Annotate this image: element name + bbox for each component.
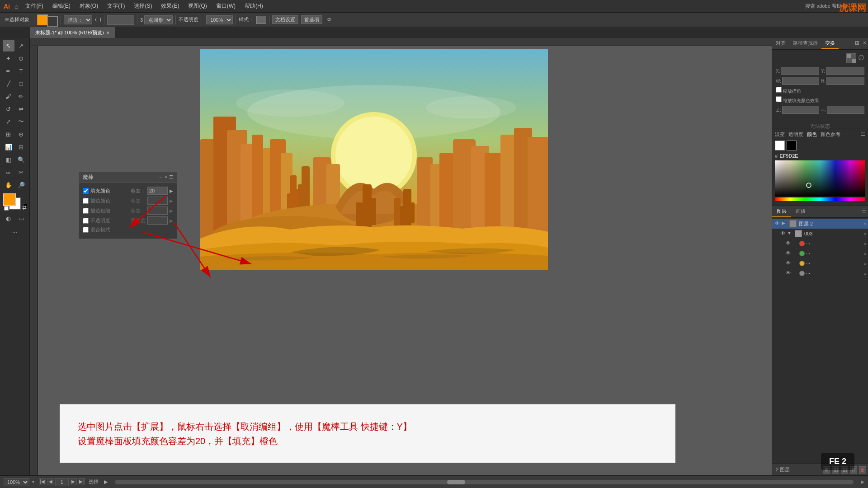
menu-object[interactable]: 对象(O)	[76, 1, 102, 11]
color-panel-menu[interactable]: ☰	[861, 131, 865, 138]
free-transform-tool[interactable]: ⊞	[3, 128, 14, 140]
scale-tool[interactable]: ⤢	[3, 116, 14, 127]
x-input[interactable]	[781, 67, 819, 75]
panel-close[interactable]: ×	[165, 174, 167, 181]
layer-color4-visibility[interactable]: 👁	[785, 270, 791, 277]
blend-mode-checkbox[interactable]	[83, 227, 89, 233]
color-ref-tab[interactable]: 颜色参考	[821, 131, 840, 138]
fill-color-checkbox[interactable]	[83, 188, 89, 194]
stroke-width-checkbox[interactable]	[83, 208, 89, 214]
panel-options-icon[interactable]: ⊞	[853, 38, 861, 49]
column-chart-tool[interactable]: 📊	[3, 141, 14, 153]
angle-input[interactable]	[782, 106, 819, 114]
zoom-tool[interactable]: 🔎	[15, 179, 27, 191]
mirror-tool[interactable]: ⇌	[15, 103, 27, 115]
panel-minimize[interactable]: －	[158, 174, 163, 181]
default-colors-icon[interactable]	[4, 206, 9, 211]
stroke-width-tolerance-input[interactable]	[147, 206, 168, 215]
magic-wand-tool[interactable]: ✦	[3, 52, 14, 64]
scroll-right-btn[interactable]: ▶	[861, 479, 864, 485]
tab-close-button[interactable]: ×	[107, 30, 109, 35]
menu-view[interactable]: 视图(Q)	[184, 1, 210, 11]
swap-colors-icon[interactable]: ⇄	[22, 204, 27, 209]
preferences-button[interactable]: 首选项	[301, 15, 322, 24]
play-btn[interactable]: ▶	[104, 479, 108, 485]
pen-tool[interactable]: ✒	[3, 65, 14, 77]
rotate-tool[interactable]: ↺	[3, 103, 14, 115]
w-input[interactable]	[782, 77, 819, 85]
prev-page-btn[interactable]: ◀	[47, 478, 54, 485]
paintbrush-tool[interactable]: 🖌	[3, 90, 14, 102]
more-tools-btn[interactable]: ···	[9, 226, 21, 238]
line-tool[interactable]: ╱	[3, 78, 14, 89]
type-tool[interactable]: T	[15, 65, 27, 77]
layer-color1-visibility[interactable]: 👁	[785, 240, 791, 247]
scale-strokes-check[interactable]	[776, 87, 782, 93]
layer-2-item[interactable]: 👁 ▶ 图层 2 ○	[772, 219, 868, 229]
scale-strokes-label[interactable]: 缩放描角	[776, 87, 801, 94]
menu-file[interactable]: 文件(F)	[22, 1, 47, 11]
menu-text[interactable]: 文字(T)	[104, 1, 128, 11]
page-input[interactable]	[55, 478, 69, 486]
document-tab[interactable]: 未标题-1* @ 100% (RGB/预览) ×	[30, 27, 115, 38]
menu-help[interactable]: 帮助(H)	[241, 1, 267, 11]
zoom-select[interactable]: 100%	[4, 478, 29, 486]
layers-menu[interactable]: ☰	[860, 206, 868, 217]
layer-2-visibility[interactable]: 👁	[774, 221, 780, 227]
selection-tool[interactable]: ↖	[3, 40, 14, 52]
shape-select[interactable]: 点圆形	[144, 15, 173, 24]
artboards-tab[interactable]: 画板	[791, 206, 810, 217]
doc-settings-button[interactable]: 文档设置	[272, 15, 298, 24]
home-icon[interactable]: ⌂	[14, 3, 18, 10]
panel-close-right[interactable]: ×	[861, 38, 868, 49]
hex-value[interactable]: EF9D2E	[779, 153, 798, 159]
gradient-tab[interactable]: 淡变	[775, 131, 785, 138]
layer-003-expand[interactable]: ▼	[787, 230, 793, 237]
brush-type-select[interactable]: 描边：	[64, 15, 92, 24]
layer-delete-btn[interactable]: 🗑	[859, 466, 866, 474]
scrollbar-thumb[interactable]	[447, 480, 465, 484]
layer-color3-lock[interactable]: ○	[863, 261, 866, 266]
stroke-color-checkbox[interactable]	[83, 198, 89, 204]
layer-color2-visibility[interactable]: 👁	[785, 250, 791, 257]
rect-tool[interactable]: □	[15, 78, 27, 89]
layers-tab[interactable]: 图层	[772, 206, 791, 217]
next-page-btn[interactable]: ▶	[70, 478, 77, 485]
scissors-tool[interactable]: ✂	[15, 166, 27, 178]
layer-2-expand[interactable]: ▶	[782, 221, 787, 227]
stroke-color-swatch[interactable]	[47, 16, 58, 27]
layer-color2-lock[interactable]: ○	[863, 251, 866, 256]
white-swatch[interactable]	[775, 141, 785, 150]
panel-menu[interactable]: ☰	[169, 174, 173, 181]
opacity-select[interactable]: 100%	[206, 15, 233, 24]
gradient-tool[interactable]: ◧	[3, 154, 14, 165]
menu-effect[interactable]: 效果(E)	[157, 1, 183, 11]
fill-tolerance-arrow[interactable]: ▶	[170, 188, 173, 193]
horizontal-scrollbar[interactable]	[115, 480, 854, 484]
opacity-checkbox[interactable]	[83, 218, 89, 224]
layer-003-item[interactable]: 👁 ▼ 003 ○	[778, 229, 868, 239]
shear-input[interactable]	[827, 106, 864, 114]
layer-color4-item[interactable]: 👁 ··· ○	[783, 268, 868, 278]
fill-tolerance-input[interactable]: 20	[147, 187, 168, 195]
foreground-color-swatch[interactable]	[3, 193, 16, 206]
canvas-area[interactable]: 魔棒 － × ☰ 填充颜色 容差： 20 ▶ 描边颜色 容差： ▶	[30, 38, 772, 475]
lasso-tool[interactable]: ⊙	[15, 52, 27, 64]
stroke-tolerance-input[interactable]	[147, 197, 168, 205]
last-page-btn[interactable]: ▶|	[78, 478, 85, 485]
menu-select[interactable]: 选择(S)	[130, 1, 156, 11]
h-input[interactable]	[826, 77, 864, 85]
layer-003-visibility[interactable]: 👁	[779, 230, 786, 237]
menu-edit[interactable]: 编辑(E)	[49, 1, 74, 11]
layer-color1-item[interactable]: 👁 ··· ○	[783, 239, 868, 249]
style-swatch[interactable]	[256, 16, 266, 24]
y-input[interactable]	[826, 67, 864, 75]
align-tab[interactable]: 对齐	[772, 38, 789, 49]
pencil-tool[interactable]: ✏	[15, 90, 27, 102]
blend-tool[interactable]: ∞	[3, 166, 14, 178]
warp-tool[interactable]: 〜	[15, 116, 27, 127]
first-page-btn[interactable]: |◀	[39, 478, 46, 485]
color-tab[interactable]: 颜色	[807, 131, 817, 138]
layer-2-lock[interactable]: ○	[863, 221, 866, 226]
opacity-tolerance-input[interactable]	[147, 216, 168, 225]
